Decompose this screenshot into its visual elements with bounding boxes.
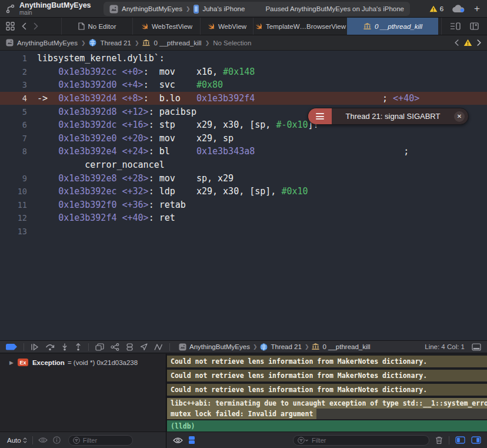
app-icon: [6, 39, 14, 47]
code-line[interactable]: 7 0x1e3b392e0 <+20>: mov x29, sp: [0, 132, 487, 145]
step-into-icon[interactable]: [61, 343, 68, 351]
tab-no-editor[interactable]: No Editor: [61, 18, 132, 35]
variables-filter-field[interactable]: [68, 435, 133, 446]
editor-options-icon[interactable]: [450, 22, 461, 30]
annotation-close-icon[interactable]: ✕: [454, 111, 465, 122]
code-line[interactable]: 4-> 0x1e3b392d4 <+8>: b.lo 0x1e3b392f4 ;…: [0, 92, 487, 105]
console-visibility-eye-icon[interactable]: [173, 437, 183, 444]
source-control-summary[interactable]: AnythingButMyEyes main: [0, 2, 91, 16]
debug-view-hierarchy-icon[interactable]: [95, 343, 104, 351]
line-number[interactable]: 4: [0, 94, 27, 103]
tab-template-browserview[interactable]: TemplateW…BrowserView: [253, 18, 347, 35]
code-line[interactable]: cerror_nocancel: [0, 158, 487, 172]
jumpbar-item-frame[interactable]: 0 __pthread_kill: [154, 39, 201, 47]
code-line[interactable]: 12 0x1e3b392f4 <+40>: ret: [0, 211, 487, 225]
code-line[interactable]: 1libsystem_kernel.dylib`:: [0, 52, 487, 65]
source-editor[interactable]: 1libsystem_kernel.dylib`:2 0x1e3b392cc <…: [0, 51, 487, 340]
previous-issue-icon[interactable]: [455, 39, 459, 46]
step-over-icon[interactable]: [45, 343, 55, 351]
code-text: 0x1e3b392cc <+0>: mov x16, #0x148: [37, 67, 255, 77]
variables-filter-input[interactable]: [83, 437, 128, 444]
line-number[interactable]: 2: [0, 67, 27, 77]
breakpoints-toggle-icon[interactable]: [6, 344, 17, 350]
code-text: 0x1e3b392dc <+16>: stp x29, x30, [sp, #-…: [37, 120, 319, 130]
runtime-issues-icon[interactable]: [154, 343, 163, 351]
line-number[interactable]: 8: [0, 147, 27, 156]
console-log-row[interactable]: Could not retrieve lens information from…: [167, 356, 487, 367]
info-icon[interactable]: [53, 436, 61, 444]
show-console-view-icon[interactable]: [471, 436, 481, 444]
debug-crumb-thread[interactable]: Thread 21: [271, 343, 301, 350]
console-prompt-row[interactable]: (lldb): [167, 420, 487, 432]
exception-badge: Ex: [18, 359, 28, 366]
console-log-row[interactable]: Could not retrieve lens information from…: [167, 384, 487, 396]
hide-debug-area-icon[interactable]: [472, 343, 481, 351]
line-number[interactable]: 6: [0, 120, 27, 130]
activity-status[interactable]: Paused AnythingButMyEyes on Juha's iPhon…: [265, 5, 404, 12]
console-filter-field[interactable]: [293, 435, 429, 446]
code-line[interactable]: 13: [0, 225, 487, 238]
line-number[interactable]: 7: [0, 134, 27, 143]
line-number[interactable]: 1: [0, 54, 27, 63]
line-number[interactable]: 13: [0, 227, 27, 236]
line-number[interactable]: 3: [0, 80, 27, 89]
disclosure-triangle-icon[interactable]: ▶: [9, 360, 14, 366]
line-number[interactable]: 9: [0, 174, 27, 183]
code-line[interactable]: 11 0x1e3b392f0 <+36>: retab: [0, 198, 487, 212]
console-filter-input[interactable]: [312, 437, 425, 444]
jumpbar-item-selection[interactable]: No Selection: [213, 39, 251, 47]
console-panes-icon[interactable]: [189, 436, 195, 444]
clear-console-trash-icon[interactable]: [435, 436, 443, 444]
tab-overview-icon[interactable]: [6, 22, 15, 31]
variables-scope-popup[interactable]: Auto: [7, 437, 27, 444]
code-line[interactable]: 9 0x1e3b392e8 <+28>: mov sp, x29: [0, 171, 487, 185]
tab-webtestview[interactable]: WebTestView: [132, 18, 200, 35]
chevron-right-icon: ❯: [253, 344, 258, 350]
debug-area: ▶ Ex Exception = (void *) 0x21d03a238 Co…: [0, 354, 487, 432]
annotation-grip-icon[interactable]: [308, 108, 332, 124]
thread-icon: [89, 39, 96, 47]
code-line[interactable]: 8 0x1e3b392e4 <+24>: bl 0x1e3b343a8 ;: [0, 145, 487, 158]
next-issue-icon[interactable]: [477, 39, 481, 46]
warning-count-button[interactable]: 6: [429, 5, 443, 12]
iphone-icon: [194, 5, 199, 14]
debug-crumb-project[interactable]: AnythingButMyEyes: [189, 343, 250, 350]
console-row-selected[interactable]: libc++abi: terminating due to uncaught e…: [167, 398, 487, 419]
jumpbar-item-project[interactable]: AnythingButMyEyes: [17, 39, 78, 47]
cloud-status-icon[interactable]: [452, 5, 465, 13]
variable-row-exception[interactable]: ▶ Ex Exception = (void *) 0x21d03a238: [0, 354, 166, 366]
code-line[interactable]: 10 0x1e3b392ec <+32>: ldp x29, x30, [sp]…: [0, 185, 487, 198]
add-button[interactable]: +: [474, 4, 480, 14]
console-log-row[interactable]: Could not retrieve lens information from…: [167, 370, 487, 381]
environment-overrides-icon[interactable]: [126, 343, 134, 351]
code-line[interactable]: 2 0x1e3b392cc <+0>: mov x16, #0x148: [0, 65, 487, 79]
branch-name: main: [19, 9, 91, 16]
run-destination[interactable]: Juha's iPhone: [202, 5, 245, 12]
line-number[interactable]: 10: [0, 187, 27, 196]
line-number[interactable]: 5: [0, 107, 27, 117]
debug-crumb-frame[interactable]: 0 __pthread_kill: [322, 343, 370, 350]
code-line[interactable]: 3 0x1e3b392d0 <+4>: svc #0x80: [0, 78, 487, 92]
console-output[interactable]: Could not retrieve lens information from…: [167, 354, 487, 432]
tab-webview[interactable]: WebView: [200, 18, 253, 35]
jumpbar-item-thread[interactable]: Thread 21: [100, 39, 131, 47]
go-forward-icon[interactable]: [34, 22, 38, 30]
line-number[interactable]: 12: [0, 213, 27, 223]
tab-label: No Editor: [88, 23, 116, 30]
line-number[interactable]: 11: [0, 200, 27, 210]
chevron-right-icon: ❯: [81, 40, 86, 46]
continue-execution-icon[interactable]: [31, 343, 39, 351]
code-text: 0x1e3b392d8 <+12>: pacibsp: [37, 107, 196, 117]
issue-warning-icon[interactable]: [463, 39, 472, 47]
step-out-icon[interactable]: [75, 343, 82, 351]
scheme-name[interactable]: AnythingButMyEyes: [122, 5, 182, 12]
code-text: 0x1e3b392ec <+32>: ldp x29, x30, [sp], #…: [37, 186, 308, 197]
flat-view-eye-icon[interactable]: [38, 437, 48, 443]
debug-memory-graph-icon[interactable]: [111, 343, 119, 351]
tab-pthread-kill[interactable]: 0 __pthread_kill: [347, 18, 438, 35]
go-back-icon[interactable]: [22, 22, 26, 30]
add-editor-icon[interactable]: [470, 22, 479, 30]
simulate-location-icon[interactable]: [140, 343, 148, 351]
show-variables-view-icon[interactable]: [455, 436, 465, 444]
variables-footer: Auto: [0, 432, 166, 448]
